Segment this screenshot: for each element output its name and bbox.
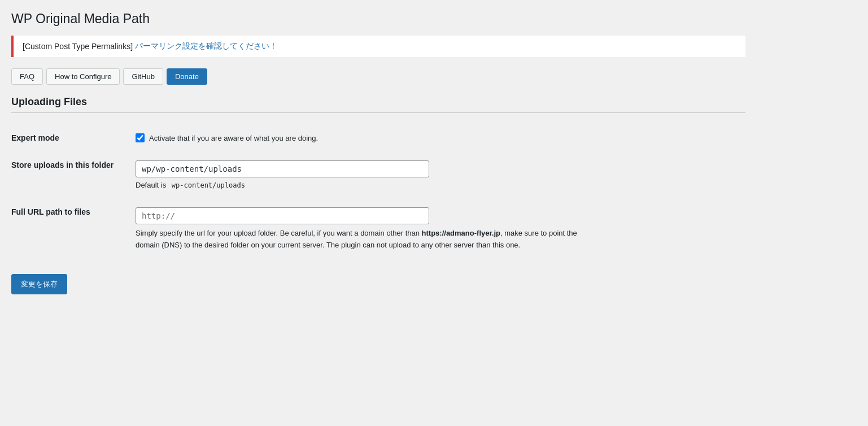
expert-mode-checkbox[interactable] xyxy=(136,133,145,142)
full-url-row: Full URL path to files Simply specify th… xyxy=(11,198,745,260)
store-uploads-input[interactable] xyxy=(136,160,429,177)
form-table: Expert mode Activate that if you are awa… xyxy=(11,124,745,260)
faq-button[interactable]: FAQ xyxy=(11,68,43,85)
button-row: FAQ How to Configure GitHub Donate xyxy=(11,68,745,85)
expert-mode-checkbox-row: Activate that if you are aware of what y… xyxy=(136,133,740,142)
github-button[interactable]: GitHub xyxy=(123,68,163,85)
default-prefix: Default is xyxy=(136,181,166,189)
default-value-code: wp-content/uploads xyxy=(168,180,248,190)
how-to-configure-button[interactable]: How to Configure xyxy=(46,68,120,85)
donate-button[interactable]: Donate xyxy=(167,68,207,85)
store-uploads-row: Store uploads in this folder Default is … xyxy=(11,151,745,198)
store-uploads-label: Store uploads in this folder xyxy=(11,160,114,169)
full-url-label: Full URL path to files xyxy=(11,207,90,216)
expert-mode-label: Expert mode xyxy=(11,133,59,142)
notice-bar: [Custom Post Type Permalinks] パーマリンク設定を確… xyxy=(11,36,745,57)
notice-prefix: [Custom Post Type Permalinks] xyxy=(23,42,133,51)
submit-row: 変更を保存 xyxy=(11,274,745,294)
expert-mode-checkbox-label: Activate that if you are aware of what y… xyxy=(149,134,318,142)
full-url-description: Simply specify the url for your upload f… xyxy=(136,228,587,251)
save-button[interactable]: 変更を保存 xyxy=(11,274,67,294)
notice-link[interactable]: パーマリンク設定を確認してください！ xyxy=(135,41,277,51)
section-title: Uploading Files xyxy=(11,96,745,113)
page-title: WP Original Media Path xyxy=(11,11,745,27)
full-url-input[interactable] xyxy=(136,207,429,224)
domain-bold: https://admano-flyer.jp xyxy=(422,229,500,237)
store-uploads-default-info: Default is wp-content/uploads xyxy=(136,181,740,189)
desc-start: Simply specify the url for your upload f… xyxy=(136,229,422,237)
expert-mode-row: Expert mode Activate that if you are awa… xyxy=(11,124,745,151)
